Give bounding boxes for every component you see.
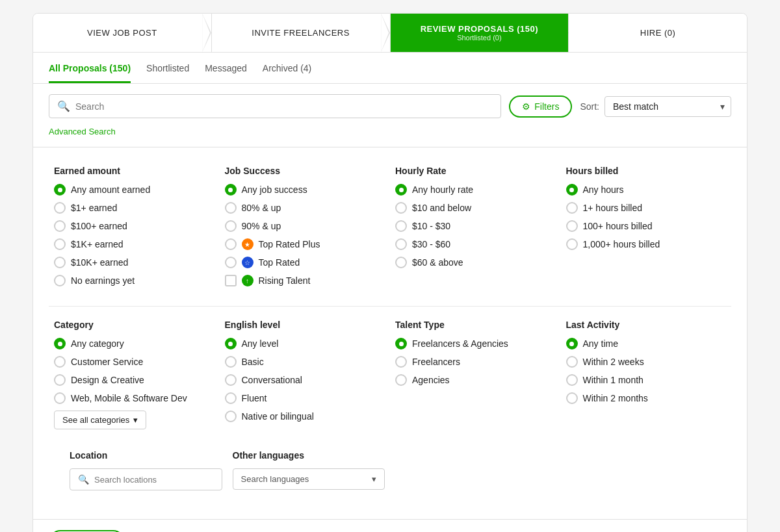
radio-job-success-90[interactable] — [225, 220, 237, 232]
earned-1plus[interactable]: $1+ earned — [54, 202, 214, 214]
english-any[interactable]: Any level — [225, 338, 385, 349]
search-input[interactable] — [75, 101, 493, 112]
language-select[interactable]: Search languages ▾ — [233, 468, 385, 490]
radio-job-success-top-rated-plus[interactable] — [225, 238, 237, 250]
category-customer-service[interactable]: Customer Service — [54, 356, 214, 368]
hours-1000plus[interactable]: 1,000+ hours billed — [566, 238, 727, 250]
earned-10kplus[interactable]: $10K+ earned — [54, 257, 214, 268]
radio-hourly-10-30[interactable] — [395, 220, 407, 232]
earned-none[interactable]: No earnings yet — [54, 275, 214, 286]
english-any-label: Any level — [242, 338, 279, 349]
job-success-80[interactable]: 80% & up — [225, 202, 385, 214]
radio-talent-freelancers[interactable] — [395, 356, 407, 368]
location-search-icon: 🔍 — [78, 474, 89, 485]
filters-button[interactable]: ⚙ Filters — [509, 95, 572, 118]
earned-any-label: Any amount earned — [71, 184, 150, 195]
radio-earned-100plus[interactable] — [54, 220, 66, 232]
talent-freelancers[interactable]: Freelancers — [395, 356, 556, 368]
hourly-30-60[interactable]: $30 - $60 — [395, 238, 556, 250]
radio-category-web[interactable] — [54, 392, 66, 404]
radio-job-success-80[interactable] — [225, 202, 237, 214]
step-hire[interactable]: HIRE (0) — [569, 14, 747, 52]
talent-freelancers-agencies[interactable]: Freelancers & Agencies — [395, 338, 556, 349]
activity-2months[interactable]: Within 2 months — [566, 392, 727, 404]
category-any[interactable]: Any category — [54, 338, 214, 349]
location-input-wrapper[interactable]: 🔍 — [70, 468, 222, 490]
radio-activity-2weeks[interactable] — [566, 356, 578, 368]
job-success-any[interactable]: Any job success — [225, 184, 385, 196]
radio-hourly-30-60[interactable] — [395, 238, 407, 250]
radio-activity-2months[interactable] — [566, 392, 578, 404]
hours-100plus[interactable]: 100+ hours billed — [566, 220, 727, 232]
earned-100plus[interactable]: $100+ earned — [54, 220, 214, 232]
hourly-60above[interactable]: $60 & above — [395, 257, 556, 268]
see-all-categories-button[interactable]: See all categories ▾ — [54, 411, 146, 429]
radio-category-design[interactable] — [54, 374, 66, 386]
hours-any[interactable]: Any hours — [566, 184, 727, 196]
job-success-top-rated-plus[interactable]: ★ Top Rated Plus — [225, 238, 385, 250]
tab-messaged[interactable]: Messaged — [205, 63, 247, 83]
radio-hours-1000plus[interactable] — [566, 238, 578, 250]
radio-earned-any[interactable] — [54, 184, 66, 196]
category-design[interactable]: Design & Creative — [54, 374, 214, 386]
search-box[interactable]: 🔍 — [49, 94, 501, 118]
hourly-10below[interactable]: $10 and below — [395, 202, 556, 214]
radio-job-success-top-rated[interactable] — [225, 257, 237, 268]
earned-any[interactable]: Any amount earned — [54, 184, 214, 196]
radio-hours-1plus[interactable] — [566, 202, 578, 214]
radio-english-conversational[interactable] — [225, 374, 237, 386]
radio-hourly-any[interactable] — [395, 184, 407, 196]
radio-talent-freelancers-agencies[interactable] — [395, 338, 407, 349]
english-fluent[interactable]: Fluent — [225, 392, 385, 404]
advanced-search-anchor[interactable]: Advanced Search — [49, 127, 116, 136]
radio-category-any[interactable] — [54, 338, 66, 349]
tab-shortlisted[interactable]: Shortlisted — [146, 63, 189, 83]
tab-all-proposals[interactable]: All Proposals (150) — [49, 63, 131, 83]
tab-archived[interactable]: Archived (4) — [263, 63, 311, 83]
english-conversational[interactable]: Conversational — [225, 374, 385, 386]
radio-english-native[interactable] — [225, 411, 237, 422]
job-success-top-rated[interactable]: ☆ Top Rated — [225, 257, 385, 268]
earned-100plus-label: $100+ earned — [71, 221, 127, 231]
radio-hourly-10below[interactable] — [395, 202, 407, 214]
job-success-90[interactable]: 90% & up — [225, 220, 385, 232]
radio-earned-1kplus[interactable] — [54, 238, 66, 250]
filter-other-languages-title: Other languages — [233, 450, 385, 461]
radio-hourly-60above[interactable] — [395, 257, 407, 268]
step-view-job-post[interactable]: VIEW JOB POST — [33, 14, 212, 52]
hourly-10-30[interactable]: $10 - $30 — [395, 220, 556, 232]
activity-any[interactable]: Any time — [566, 338, 727, 349]
radio-hours-any[interactable] — [566, 184, 578, 196]
radio-english-fluent[interactable] — [225, 392, 237, 404]
activity-2weeks[interactable]: Within 2 weeks — [566, 356, 727, 368]
radio-job-success-rising[interactable] — [225, 275, 237, 286]
radio-earned-10kplus[interactable] — [54, 257, 66, 268]
activity-1month[interactable]: Within 1 month — [566, 374, 727, 386]
proposal-tabs: All Proposals (150) Shortlisted Messaged… — [33, 53, 747, 84]
sort-select[interactable]: Best match Hourly rate (low to high) Hou… — [604, 96, 731, 117]
radio-activity-1month[interactable] — [566, 374, 578, 386]
radio-hours-100plus[interactable] — [566, 220, 578, 232]
radio-english-any[interactable] — [225, 338, 237, 349]
talent-freelancers-label: Freelancers — [412, 357, 460, 367]
location-input[interactable] — [94, 475, 214, 485]
step-invite-freelancers[interactable]: INVITE FREELANCERS — [212, 14, 391, 52]
language-chevron-icon: ▾ — [372, 474, 376, 484]
radio-activity-any[interactable] — [566, 338, 578, 349]
english-basic[interactable]: Basic — [225, 356, 385, 368]
radio-earned-none[interactable] — [54, 275, 66, 286]
radio-english-basic[interactable] — [225, 356, 237, 368]
english-native[interactable]: Native or bilingual — [225, 411, 385, 422]
radio-job-success-any[interactable] — [225, 184, 237, 196]
job-success-rising[interactable]: ↑ Rising Talent — [225, 275, 385, 286]
radio-earned-1plus[interactable] — [54, 202, 66, 214]
step-review-proposals[interactable]: REVIEW PROPOSALS (150) Shortlisted (0) — [391, 14, 569, 52]
talent-agencies[interactable]: Agencies — [395, 374, 556, 386]
earned-1kplus[interactable]: $1K+ earned — [54, 238, 214, 250]
category-web[interactable]: Web, Mobile & Software Dev — [54, 392, 214, 404]
radio-category-customer-service[interactable] — [54, 356, 66, 368]
hours-1plus[interactable]: 1+ hours billed — [566, 202, 727, 214]
advanced-search-link[interactable]: Advanced Search — [33, 123, 747, 147]
hourly-any[interactable]: Any hourly rate — [395, 184, 556, 196]
radio-talent-agencies[interactable] — [395, 374, 407, 386]
